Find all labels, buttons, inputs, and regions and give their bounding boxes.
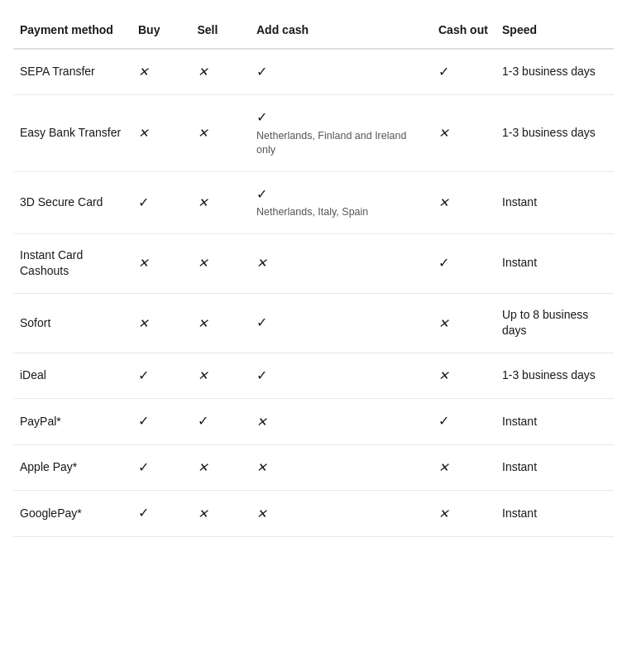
cell-speed: Instant bbox=[495, 444, 614, 490]
cell-speed: Instant bbox=[495, 491, 614, 536]
cell-method: iDeal bbox=[13, 353, 132, 399]
header-buy: Buy bbox=[132, 13, 191, 49]
check-icon: ✓ bbox=[256, 315, 267, 329]
check-icon: ✓ bbox=[256, 368, 267, 382]
check-icon: ✓ bbox=[138, 460, 149, 474]
table-row: Instant Card Cashouts✕✕✕✓Instant bbox=[13, 233, 614, 293]
cross-icon: ✕ bbox=[198, 316, 208, 330]
cell-method: SEPA Transfer bbox=[13, 49, 132, 95]
header-method: Payment method bbox=[13, 13, 132, 49]
header-cashout: Cash out bbox=[432, 13, 495, 49]
cell-speed: 1-3 business days bbox=[495, 49, 614, 95]
check-icon: ✓ bbox=[438, 65, 449, 79]
cross-icon: ✕ bbox=[256, 460, 267, 474]
cross-icon: ✕ bbox=[438, 316, 449, 330]
cell-addcash: ✕ bbox=[250, 444, 432, 490]
table-row: Apple Pay*✓✕✕✕Instant bbox=[13, 444, 614, 490]
cell-sell: ✕ bbox=[191, 49, 251, 95]
cell-addcash: ✓ bbox=[250, 49, 432, 95]
cross-icon: ✕ bbox=[138, 126, 149, 140]
cross-icon: ✕ bbox=[198, 126, 208, 140]
cross-icon: ✕ bbox=[198, 506, 208, 521]
cross-icon: ✕ bbox=[198, 256, 208, 270]
check-icon: ✓ bbox=[138, 414, 149, 428]
cell-cashout: ✓ bbox=[432, 233, 495, 293]
check-icon: ✓ bbox=[138, 195, 149, 209]
table-row: PayPal*✓✓✕✓Instant bbox=[13, 399, 614, 444]
cross-icon: ✕ bbox=[438, 460, 449, 474]
cell-addcash: ✓Netherlands, Italy, Spain bbox=[250, 171, 432, 233]
cell-addcash: ✓ bbox=[250, 353, 432, 399]
cross-icon: ✕ bbox=[256, 506, 267, 521]
cell-sell: ✕ bbox=[191, 233, 251, 293]
cell-buy: ✓ bbox=[132, 353, 191, 399]
cell-buy: ✕ bbox=[132, 293, 191, 353]
cross-icon: ✕ bbox=[138, 65, 149, 79]
cell-buy: ✓ bbox=[132, 171, 191, 233]
cross-icon: ✕ bbox=[256, 256, 267, 270]
cell-sell: ✕ bbox=[191, 444, 251, 490]
cell-addcash: ✕ bbox=[250, 399, 432, 444]
cell-speed: Instant bbox=[495, 399, 614, 444]
table-row: SEPA Transfer✕✕✓✓1-3 business days bbox=[13, 49, 614, 95]
cross-icon: ✕ bbox=[438, 506, 449, 521]
header-addcash: Add cash bbox=[250, 13, 432, 49]
table-row: GooglePay*✓✕✕✕Instant bbox=[13, 491, 614, 536]
cell-cashout: ✕ bbox=[432, 293, 495, 353]
table-row: Easy Bank Transfer✕✕✓Netherlands, Finlan… bbox=[13, 95, 614, 171]
cell-cashout: ✕ bbox=[432, 95, 495, 171]
cell-sell: ✕ bbox=[191, 491, 251, 536]
table-header-row: Payment method Buy Sell Add cash Cash ou… bbox=[13, 13, 614, 49]
addcash-note: Netherlands, Finland and Ireland only bbox=[256, 129, 425, 158]
cell-speed: Up to 8 business days bbox=[495, 293, 614, 353]
cell-buy: ✓ bbox=[132, 444, 191, 490]
check-icon: ✓ bbox=[138, 506, 149, 520]
cell-buy: ✓ bbox=[132, 399, 191, 444]
table-row: 3D Secure Card✓✕✓Netherlands, Italy, Spa… bbox=[13, 171, 614, 233]
check-icon: ✓ bbox=[438, 414, 449, 428]
cell-method: PayPal* bbox=[13, 399, 132, 444]
cell-addcash: ✓ bbox=[250, 293, 432, 353]
cross-icon: ✕ bbox=[256, 415, 267, 429]
cross-icon: ✕ bbox=[198, 460, 208, 474]
cell-speed: 1-3 business days bbox=[495, 353, 614, 399]
cell-method: Apple Pay* bbox=[13, 444, 132, 490]
cell-sell: ✕ bbox=[191, 95, 251, 171]
cell-cashout: ✓ bbox=[432, 49, 495, 95]
cell-buy: ✕ bbox=[132, 49, 191, 95]
cell-sell: ✕ bbox=[191, 293, 251, 353]
cell-speed: Instant bbox=[495, 171, 614, 233]
check-icon: ✓ bbox=[438, 256, 449, 270]
cell-method: GooglePay* bbox=[13, 491, 132, 536]
addcash-note: Netherlands, Italy, Spain bbox=[256, 205, 425, 220]
header-sell: Sell bbox=[191, 13, 251, 49]
cell-cashout: ✕ bbox=[432, 353, 495, 399]
check-icon: ✓ bbox=[256, 185, 425, 204]
cross-icon: ✕ bbox=[438, 126, 449, 140]
table-row: iDeal✓✕✓✕1-3 business days bbox=[13, 353, 614, 399]
table-row: Sofort✕✕✓✕Up to 8 business days bbox=[13, 293, 614, 353]
cell-speed: 1-3 business days bbox=[495, 95, 614, 171]
check-icon: ✓ bbox=[256, 108, 425, 127]
cell-addcash: ✕ bbox=[250, 491, 432, 536]
cell-sell: ✕ bbox=[191, 171, 251, 233]
cell-addcash: ✕ bbox=[250, 233, 432, 293]
cell-cashout: ✕ bbox=[432, 171, 495, 233]
cell-method: Instant Card Cashouts bbox=[13, 233, 132, 293]
check-icon: ✓ bbox=[138, 368, 149, 382]
payment-methods-table-container: Payment method Buy Sell Add cash Cash ou… bbox=[0, 0, 627, 550]
cell-sell: ✓ bbox=[191, 399, 251, 444]
cell-method: 3D Secure Card bbox=[13, 171, 132, 233]
cell-addcash: ✓Netherlands, Finland and Ireland only bbox=[250, 95, 432, 171]
check-icon: ✓ bbox=[198, 414, 208, 428]
cell-buy: ✓ bbox=[132, 491, 191, 536]
cross-icon: ✕ bbox=[198, 195, 208, 209]
cell-speed: Instant bbox=[495, 233, 614, 293]
cell-cashout: ✕ bbox=[432, 444, 495, 490]
cell-method: Sofort bbox=[13, 293, 132, 353]
cell-buy: ✕ bbox=[132, 95, 191, 171]
cross-icon: ✕ bbox=[198, 368, 208, 382]
header-speed: Speed bbox=[495, 13, 614, 49]
cross-icon: ✕ bbox=[438, 195, 449, 209]
cross-icon: ✕ bbox=[198, 65, 208, 79]
